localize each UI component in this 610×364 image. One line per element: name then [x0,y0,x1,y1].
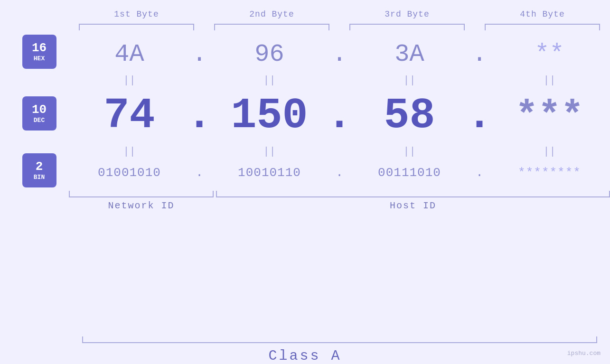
bin-badge-number: 2 [36,160,43,174]
dec-val-4: *** [515,94,583,138]
byte-headers-row: 1st Byte 2nd Byte 3rd Byte 4th Byte [0,9,610,19]
host-id-label: Host ID [216,200,610,211]
equals-cell-1: || [69,74,190,87]
bottom-brackets-row [69,191,610,197]
bottom-bracket-host [216,191,610,197]
dec-val-2: 150 [231,94,308,137]
hex-cell-1: 4A [69,40,190,68]
bin-cell-4: ******** [489,166,610,180]
byte4-header: 4th Byte [475,9,610,19]
hex-cell-4: ** [489,40,610,68]
hex-dot-2: . [330,40,349,68]
equals-cell-2: || [209,74,330,87]
byte3-header: 3rd Byte [339,9,475,19]
dec-val-1: 74 [103,94,155,137]
top-brackets-row [0,24,610,30]
bracket-cell-4 [475,24,610,30]
dec-cell-2: 150 [209,94,330,137]
bin-val-4: ******** [518,166,581,180]
bin-val-3: 00111010 [378,166,441,180]
bracket-cell-2 [204,24,339,30]
dec-cell-4: *** [489,94,610,138]
top-bracket-1 [79,24,194,30]
dec-row: 74 . 150 . 58 . *** [69,87,610,144]
watermark: ipshu.com [567,350,601,357]
main-container: 1st Byte 2nd Byte 3rd Byte 4th Byte 16 H… [0,0,610,364]
dec-dot-1: . [190,94,209,137]
bottom-bracket-network [69,191,214,197]
hex-val-4: ** [535,40,564,68]
equals-row-1: || || || || [69,73,610,87]
bin-cell-1: 01001010 [69,166,190,180]
bin-row: 01001010 . 10010110 . 00111010 . [69,159,610,187]
class-label-row: Class A [0,348,610,364]
hex-badge-number: 16 [32,41,47,55]
badges-column: 16 HEX 10 DEC 2 BIN [0,35,69,187]
dec-dot-2: . [330,94,349,137]
dec-badge-label: DEC [34,117,45,124]
hex-val-1: 4A [114,40,144,68]
bracket-cell-1 [69,24,204,30]
equals-cell-4: || [489,74,610,87]
dec-cell-3: 58 [349,94,470,137]
hex-badge: 16 HEX [22,35,56,69]
equals-cell-3: || [349,74,470,87]
equals-cell-5: || [69,145,190,159]
bin-dot-3: . [470,166,489,180]
equals-row-2: || || || || [69,144,610,159]
hex-row: 4A . 96 . 3A . ** [69,35,610,73]
bin-cell-3: 00111010 [349,166,470,180]
network-id-label: Network ID [69,200,214,211]
dec-val-3: 58 [384,94,435,137]
bin-cell-2: 10010110 [209,166,330,180]
top-bracket-2 [214,24,329,30]
bin-badge-label: BIN [34,174,45,181]
hex-val-3: 3A [394,40,424,68]
bin-val-1: 01001010 [98,166,161,180]
equals-cell-6: || [209,145,330,159]
bin-dot-1: . [190,166,209,180]
dec-cell-1: 74 [69,94,190,137]
hex-cell-3: 3A [349,40,470,68]
dec-badge-number: 10 [32,103,47,117]
dec-dot-3: . [470,94,489,137]
class-bottom-bracket [82,336,597,343]
class-label: Class A [268,348,341,364]
top-bracket-3 [349,24,464,30]
bin-val-2: 10010110 [238,166,301,180]
hex-val-2: 96 [254,40,284,68]
equals-cell-7: || [349,145,470,159]
hex-badge-label: HEX [34,55,45,62]
bracket-cell-3 [339,24,475,30]
bin-dot-2: . [330,166,349,180]
hex-dot-1: . [190,40,209,68]
byte2-header: 2nd Byte [204,9,339,19]
hex-cell-2: 96 [209,40,330,68]
dec-badge: 10 DEC [22,96,56,131]
hex-dot-3: . [470,40,489,68]
byte1-header: 1st Byte [69,9,204,19]
bin-badge: 2 BIN [22,153,56,187]
top-bracket-4 [485,24,600,30]
network-host-labels-row: Network ID Host ID [69,200,610,211]
values-area: 4A . 96 . 3A . ** [69,35,610,211]
equals-cell-8: || [489,145,610,159]
